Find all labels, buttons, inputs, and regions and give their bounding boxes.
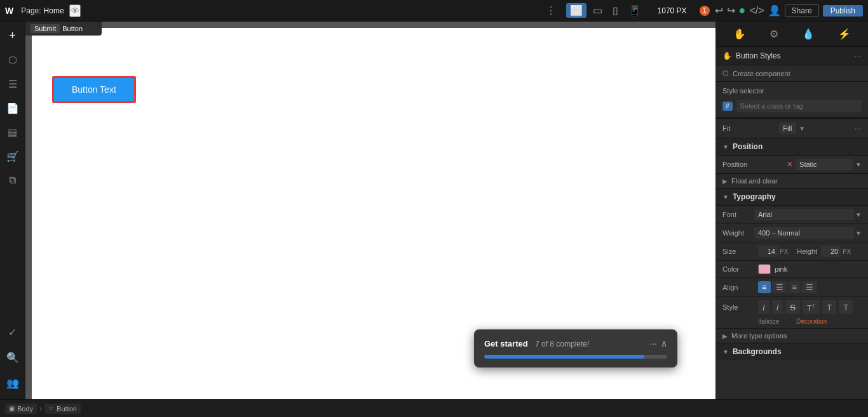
breadcrumb-button-label: Button (57, 405, 77, 413)
search-btn[interactable]: 🔍 (1, 346, 24, 369)
components-btn[interactable]: ⬡ (1, 48, 24, 71)
create-component-btn[interactable]: ⬡ Create component (716, 65, 868, 82)
typography-section-header[interactable]: ▼ Typography (716, 189, 868, 206)
color-swatch[interactable] (758, 264, 771, 274)
size-unit: PX (780, 248, 788, 255)
tablet-landscape-btn[interactable]: ▭ (589, 3, 606, 18)
tasks-btn[interactable]: ✓ (1, 321, 24, 343)
desktop-view-btn[interactable]: ⬜ (566, 3, 587, 18)
align-label: Align (722, 284, 754, 291)
position-select[interactable]: Static (796, 159, 853, 170)
interactions-tab-btn[interactable]: 💧 (798, 25, 818, 43)
size-input[interactable] (758, 246, 778, 257)
breadcrumb-body[interactable]: ▣ Body (5, 404, 37, 414)
styles-tab-btn[interactable]: ✋ (729, 25, 750, 43)
logo: W (5, 6, 13, 16)
transform-btn[interactable]: T (839, 300, 853, 314)
sidebar-bottom: ✓ 🔍 👥 (1, 321, 24, 394)
italic-btn[interactable]: I (758, 300, 770, 314)
tag-icon[interactable]: # (722, 102, 733, 111)
canvas-top-overlay: Submit Button (25, 22, 102, 36)
height-input[interactable] (821, 246, 841, 257)
float-clear-arrow-icon: ▶ (722, 178, 728, 185)
cms-btn[interactable]: ▤ (1, 121, 24, 143)
style-sublabels: Italicize Decoration (722, 318, 815, 325)
color-name: pink (775, 265, 787, 273)
backgrounds-section-header[interactable]: ▼ Backgrounds (716, 343, 868, 360)
get-started-actions: ··· ∧ (649, 338, 667, 348)
position-value-wrap: ✕ Static ▼ (787, 159, 862, 170)
align-right-btn[interactable]: ≡ (789, 281, 801, 293)
style-row-top: Style I I S T↑ T T (722, 300, 862, 314)
align-row: Align ≡ ☰ ≡ ☰ (716, 278, 868, 297)
position-section-header[interactable]: ▼ Position (716, 138, 868, 156)
pages-btn[interactable]: 📄 (1, 96, 24, 119)
style-selector-label: Style selector (716, 82, 868, 97)
position-x-icon: ✕ (787, 160, 793, 169)
fit-select[interactable]: Fill (779, 122, 796, 134)
topbar-more-dots[interactable]: ⋮ (546, 4, 556, 17)
settings-tab-btn[interactable]: ⚙ (766, 25, 782, 43)
height-label: Height (797, 248, 817, 255)
align-buttons: ≡ ☰ ≡ ☰ (758, 281, 817, 293)
notification-badge[interactable]: 1 (700, 6, 710, 16)
height-input-wrap: PX (821, 246, 851, 257)
strikethrough-btn[interactable]: S (785, 300, 800, 314)
position-row: Position ✕ Static ▼ (716, 156, 868, 174)
align-center-btn[interactable]: ☰ (772, 281, 787, 293)
layers-btn[interactable]: ☰ (1, 72, 24, 95)
account-btn[interactable]: 👥 (1, 371, 24, 394)
decoration-sublabel: Decoration (796, 318, 815, 325)
component-icon: ⬡ (722, 69, 729, 77)
get-started-dots[interactable]: ··· (649, 338, 657, 348)
height-unit: PX (843, 248, 851, 255)
eye-icon[interactable]: 👁 (69, 4, 81, 17)
subscript-btn[interactable]: T (822, 300, 836, 314)
get-started-collapse-btn[interactable]: ∧ (661, 338, 667, 348)
style-selector-section: Style selector # (716, 82, 868, 119)
float-clear-label: Float and clear (731, 177, 778, 185)
page-label: Page: (21, 6, 41, 15)
fit-row: Fit Fill ▼ ··· (716, 119, 868, 138)
breadcrumb-button[interactable]: ☞ Button (44, 404, 81, 414)
mobile-view-btn[interactable]: 📱 (625, 3, 645, 18)
typography-section-title: Typography (733, 192, 776, 201)
main-layout: + ⬡ ☰ 📄 ▤ 🛒 ⧉ ✓ 🔍 👥 Button Text Submit B… (0, 22, 868, 399)
integrations-btn[interactable]: ⧉ (1, 169, 24, 192)
size-row: Size PX Height PX (716, 242, 868, 261)
position-collapse-arrow: ▼ (722, 143, 729, 150)
add-element-btn[interactable]: + (1, 24, 24, 47)
button-element[interactable]: Button Text (52, 76, 136, 103)
button-styles-dots[interactable]: ··· (854, 51, 862, 61)
align-left-btn[interactable]: ≡ (758, 281, 771, 293)
backgrounds-collapse-arrow: ▼ (722, 348, 729, 355)
get-started-title: Get started (484, 339, 528, 348)
font-select[interactable]: Arial (754, 209, 854, 220)
create-component-label: Create component (733, 70, 790, 77)
fit-arrow-icon: ▼ (799, 125, 805, 132)
position-label: Position (722, 161, 747, 168)
page-name: Home (44, 6, 64, 15)
share-btn[interactable]: Share (785, 4, 819, 17)
code-btn[interactable]: </> (749, 5, 764, 17)
user-icon[interactable]: 👤 (768, 4, 781, 17)
float-clear-row[interactable]: ▶ Float and clear (716, 174, 868, 189)
superscript-btn[interactable]: T↑ (803, 300, 820, 314)
ecommerce-btn[interactable]: 🛒 (1, 145, 24, 168)
position-section-title: Position (733, 142, 763, 151)
align-justify-btn[interactable]: ☰ (802, 281, 817, 293)
canvas-dimensions: 1070 PX (658, 6, 687, 15)
more-type-options-row[interactable]: ▶ More type options (716, 329, 868, 343)
weight-select[interactable]: 400 – Normal (754, 227, 854, 239)
tablet-portrait-btn[interactable]: ▯ (609, 3, 622, 18)
undo-btn[interactable]: ↩ (715, 4, 723, 17)
publish-btn[interactable]: Publish (823, 5, 863, 17)
font-arrow-icon: ▼ (855, 211, 862, 218)
animations-tab-btn[interactable]: ⚡ (834, 25, 855, 43)
redo-btn[interactable]: ↪ (727, 4, 735, 17)
breadcrumb-button-icon: ☞ (48, 405, 54, 412)
italic2-btn[interactable]: I (772, 300, 783, 314)
weight-arrow-icon: ▼ (855, 230, 862, 237)
style-selector-field[interactable] (736, 100, 862, 112)
fit-more-btn[interactable]: ··· (854, 123, 862, 133)
